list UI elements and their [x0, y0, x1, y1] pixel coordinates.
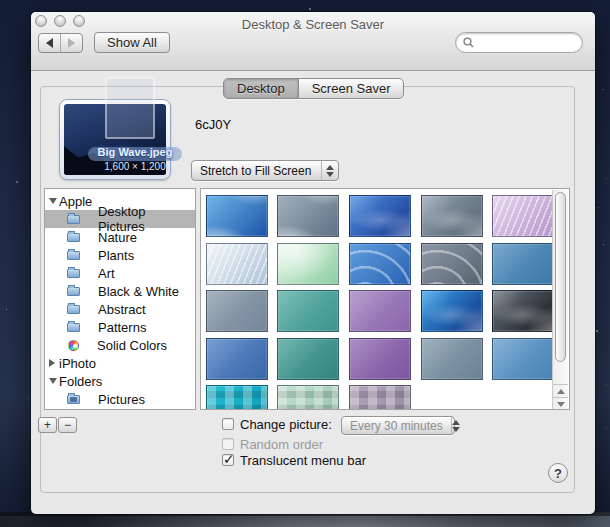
folder-image-icon	[67, 395, 80, 404]
scaling-mode-popup[interactable]: Stretch to Fill Screen	[191, 160, 339, 181]
help-button[interactable]: ?	[548, 463, 568, 483]
star-dot	[16, 181, 18, 183]
wallpaper-thumbnail[interactable]	[349, 195, 411, 237]
sidebar-item-folders[interactable]: Folders	[45, 372, 195, 390]
window-titlebar[interactable]: Desktop & Screen Saver Show All	[31, 12, 595, 71]
tab-screen-saver[interactable]: Screen Saver	[298, 79, 404, 98]
wallpaper-thumbnail[interactable]	[277, 338, 339, 380]
wallpaper-thumbnail[interactable]	[349, 243, 411, 285]
sidebar-item-label: Pictures	[98, 392, 145, 407]
wallpaper-thumbnail[interactable]	[277, 243, 339, 285]
star-dot	[606, 384, 607, 385]
interval-stepper-icon	[451, 417, 460, 434]
star-dot	[602, 89, 603, 90]
disclosure-triangle-icon[interactable]	[49, 198, 57, 204]
sidebar-item-desktop-pictures[interactable]: Desktop Pictures	[45, 210, 195, 228]
sidebar-item-label: Plants	[98, 248, 134, 263]
remove-folder-button[interactable]: −	[58, 417, 77, 433]
wallpaper-thumbnail[interactable]	[277, 290, 339, 332]
sidebar-item-label: Black & White	[98, 284, 179, 299]
sidebar-item-solid-colors[interactable]: Solid Colors	[45, 336, 195, 354]
sidebar-item-black-white[interactable]: Black & White	[45, 282, 195, 300]
preferences-window: Desktop & Screen Saver Show All Desktop …	[31, 12, 595, 514]
wallpaper-thumbnail[interactable]	[206, 195, 268, 237]
tab-bar: Desktop Screen Saver	[223, 78, 404, 99]
wallpaper-thumbnail[interactable]	[206, 290, 268, 332]
scroll-down-icon	[557, 402, 565, 407]
wallpaper-thumbnail[interactable]	[277, 195, 339, 237]
show-all-button[interactable]: Show All	[94, 32, 170, 53]
sidebar-item-pictures[interactable]: Pictures	[45, 390, 195, 408]
add-folder-button[interactable]: +	[38, 417, 57, 433]
folder-icon	[67, 251, 80, 260]
sidebar-item-patterns[interactable]: Patterns	[45, 318, 195, 336]
forward-arrow-icon	[68, 38, 75, 48]
random-order-checkbox[interactable]	[222, 438, 234, 450]
grid-scrollbar[interactable]	[552, 190, 568, 410]
drag-ghost-overlay	[105, 77, 155, 139]
nav-history-control	[38, 33, 83, 53]
change-picture-checkbox[interactable]	[222, 418, 234, 430]
source-list: AppleDesktop PicturesNaturePlantsArtBlac…	[44, 188, 196, 410]
disclosure-triangle-icon[interactable]	[49, 378, 57, 384]
star-dot	[596, 330, 598, 332]
wallpaper-thumbnail[interactable]	[492, 195, 554, 237]
back-arrow-icon	[46, 38, 53, 48]
sidebar-item-nature[interactable]: Nature	[45, 228, 195, 246]
sidebar-item-plants[interactable]: Plants	[45, 246, 195, 264]
scrollbar-thumb[interactable]	[555, 192, 566, 362]
forward-button[interactable]	[61, 34, 82, 52]
folder-icon	[67, 305, 80, 314]
sidebar-item-label: Abstract	[98, 302, 146, 317]
wallpaper-horizon	[0, 512, 610, 527]
sidebar-item-label: Nature	[98, 230, 137, 245]
search-input[interactable]	[455, 32, 583, 53]
wallpaper-thumbnail[interactable]	[421, 338, 483, 380]
change-interval-value: Every 30 minutes	[342, 419, 451, 433]
disclosure-triangle-icon[interactable]	[49, 359, 55, 367]
scroll-up-button[interactable]	[553, 384, 568, 397]
wallpaper-thumbnail[interactable]	[277, 385, 339, 410]
wallpaper-thumbnail[interactable]	[421, 290, 483, 332]
wallpaper-thumbnail[interactable]	[492, 290, 554, 332]
wallpaper-thumbnail[interactable]	[206, 243, 268, 285]
wallpaper-thumbnail[interactable]	[492, 243, 554, 285]
translucent-menu-bar-label: Translucent menu bar	[240, 453, 366, 468]
scroll-down-button[interactable]	[553, 397, 568, 410]
wallpaper-thumbnail[interactable]	[206, 338, 268, 380]
tab-desktop[interactable]: Desktop	[224, 79, 298, 98]
star-dot	[27, 398, 28, 399]
folder-icon	[67, 323, 80, 332]
sidebar-group-label: iPhoto	[59, 356, 96, 371]
wallpaper-thumbnail[interactable]	[349, 385, 411, 410]
change-picture-row: Change picture:	[222, 418, 332, 432]
folder-icon	[67, 287, 80, 296]
scaling-mode-value: Stretch to Fill Screen	[192, 164, 321, 178]
sidebar-item-iphoto[interactable]: iPhoto	[45, 354, 195, 372]
star-dot	[6, 309, 7, 310]
scroll-up-icon	[557, 389, 565, 394]
folder-icon	[67, 233, 80, 242]
random-order-row: Random order	[222, 438, 323, 452]
star-dot	[606, 178, 607, 179]
wallpaper-thumbnail[interactable]	[421, 195, 483, 237]
folder-icon	[67, 269, 80, 278]
change-interval-popup[interactable]: Every 30 minutes	[341, 416, 455, 435]
wallpaper-thumbnail[interactable]	[421, 243, 483, 285]
wallpaper-thumbnail[interactable]	[349, 290, 411, 332]
sidebar-item-abstract[interactable]: Abstract	[45, 300, 195, 318]
wallpaper-thumbnail[interactable]	[206, 385, 268, 410]
star-dot	[603, 244, 604, 245]
translucent-menu-bar-checkbox[interactable]	[222, 454, 234, 466]
star-dot	[309, 8, 311, 10]
random-order-label: Random order	[240, 437, 323, 452]
selected-picture-name: 6cJ0Y	[195, 117, 231, 132]
sidebar-group-label: Apple	[59, 194, 92, 209]
back-button[interactable]	[39, 34, 61, 52]
wallpaper-thumbnail[interactable]	[349, 338, 411, 380]
search-icon	[463, 37, 474, 48]
sidebar-item-art[interactable]: Art	[45, 264, 195, 282]
image-name-overlay: Big Wave.jpeg	[65, 146, 205, 158]
wallpaper-thumbnail[interactable]	[492, 338, 554, 380]
sidebar-item-label: Art	[98, 266, 115, 281]
